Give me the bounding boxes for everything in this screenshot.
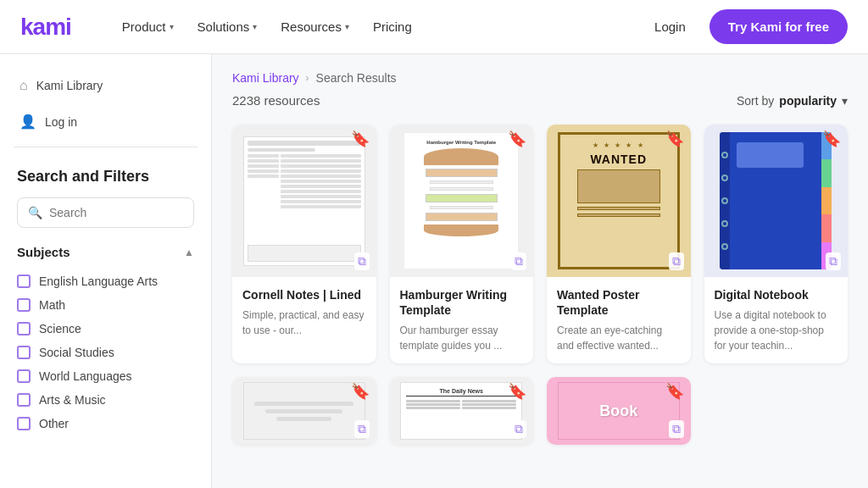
card-thumbnail-cornell: 🔖 ⧉ xyxy=(232,125,376,277)
subject-checkbox-ela[interactable] xyxy=(17,274,31,288)
user-icon: 👤 xyxy=(19,114,36,130)
copy-icon[interactable]: ⧉ xyxy=(826,252,841,270)
logo[interactable]: kami xyxy=(20,14,71,41)
chevron-down-icon: ▾ xyxy=(253,22,257,31)
chevron-down-icon: ▾ xyxy=(170,22,174,31)
sidebar-item-kami-library[interactable]: ⌂ Kami Library xyxy=(0,68,211,103)
header: kami Product ▾ Solutions ▾ Resources ▾ P… xyxy=(0,0,868,54)
search-input[interactable] xyxy=(49,206,183,219)
content-area: Kami Library › Search Results 2238 resou… xyxy=(212,54,868,488)
subject-checkbox-science[interactable] xyxy=(17,322,31,336)
sidebar: ⌂ Kami Library 👤 Log in Search and Filte… xyxy=(0,54,212,488)
subjects-section: Subjects ▲ English Language Arts Math Sc… xyxy=(0,245,211,435)
resource-card-newspaper[interactable]: The Daily News xyxy=(390,377,534,445)
subject-checkbox-social-studies[interactable] xyxy=(17,346,31,359)
card-title-notebook: Digital Notebook xyxy=(715,287,838,302)
card-desc-hamburger: Our hamburger essay template guides you … xyxy=(400,323,524,353)
card-title-hamburger: Hamburger Writing Template xyxy=(400,287,524,318)
resource-card-pink[interactable]: Book 🔖 ⧉ xyxy=(547,377,691,445)
wanted-preview: ★ ★ ★ ★ ★ WANTED xyxy=(558,132,680,269)
copy-icon[interactable]: ⧉ xyxy=(511,420,526,438)
card-title-cornell: Cornell Notes | Lined xyxy=(242,287,366,302)
subject-item-other[interactable]: Other xyxy=(17,412,194,435)
sort-by[interactable]: Sort by popularity ▾ xyxy=(737,94,848,108)
results-header: 2238 resources Sort by popularity ▾ xyxy=(232,93,848,108)
card-desc-cornell: Simple, practical, and easy to use - our… xyxy=(242,308,366,338)
notebook-preview xyxy=(720,132,832,269)
subject-item-ela[interactable]: English Language Arts xyxy=(17,269,194,293)
breadcrumb-separator: › xyxy=(306,72,309,84)
bookmark-icon[interactable]: 🔖 xyxy=(508,384,526,399)
nav-item-solutions[interactable]: Solutions ▾ xyxy=(187,13,268,41)
sidebar-divider xyxy=(14,147,198,147)
card-thumbnail-wanted: ★ ★ ★ ★ ★ WANTED 🔖 ⧉ xyxy=(547,125,691,277)
search-icon: 🔍 xyxy=(28,206,42,219)
hamburger-preview: Hamburger Writing Template xyxy=(403,132,519,269)
bookmark-icon[interactable]: 🔖 xyxy=(508,131,526,147)
subjects-toggle-icon[interactable]: ▲ xyxy=(184,247,194,258)
copy-icon[interactable]: ⧉ xyxy=(354,252,370,270)
card-body-cornell: Cornell Notes | Lined Simple, practical,… xyxy=(232,277,376,348)
search-box[interactable]: 🔍 xyxy=(17,197,194,228)
home-icon: ⌂ xyxy=(19,78,28,93)
results-count: 2238 resources xyxy=(232,93,320,108)
card-thumbnail-pink: Book 🔖 ⧉ xyxy=(547,377,691,445)
subject-checkbox-other[interactable] xyxy=(17,417,31,430)
resource-card-hamburger[interactable]: Hamburger Writing Template 🔖 ⧉ Hambu xyxy=(390,125,534,363)
resource-grid-bottom: 🔖 ⧉ The Daily News xyxy=(232,377,848,445)
search-filters-title: Search and Filters xyxy=(17,168,194,186)
bookmark-icon[interactable]: 🔖 xyxy=(665,131,684,147)
card-thumbnail-partial-1: 🔖 ⧉ xyxy=(232,377,376,445)
copy-icon[interactable]: ⧉ xyxy=(669,252,684,270)
nav-item-pricing[interactable]: Pricing xyxy=(363,13,422,41)
card-thumbnail-notebook: 🔖 ⧉ xyxy=(704,125,849,277)
sidebar-item-log-in[interactable]: 👤 Log in xyxy=(0,103,211,140)
login-button[interactable]: Login xyxy=(644,13,696,41)
subject-item-math[interactable]: Math xyxy=(17,293,194,317)
card-thumbnail-hamburger: Hamburger Writing Template 🔖 ⧉ xyxy=(390,125,534,277)
resource-grid: 🔖 ⧉ Cornell Notes | Lined Simple, practi… xyxy=(232,125,848,363)
subject-checkbox-arts-music[interactable] xyxy=(17,393,31,407)
copy-icon[interactable]: ⧉ xyxy=(669,420,684,438)
card-body-hamburger: Hamburger Writing Template Our hamburger… xyxy=(390,277,534,363)
bookmark-icon[interactable]: 🔖 xyxy=(822,131,841,147)
cornell-preview xyxy=(243,136,365,266)
resource-card-cornell[interactable]: 🔖 ⧉ Cornell Notes | Lined Simple, practi… xyxy=(232,125,376,363)
bookmark-icon[interactable]: 🔖 xyxy=(665,384,684,399)
resource-card-partial-1[interactable]: 🔖 ⧉ xyxy=(232,377,376,445)
chevron-down-icon: ▾ xyxy=(345,22,349,31)
subject-checkbox-math[interactable] xyxy=(17,298,31,312)
nav-item-product[interactable]: Product ▾ xyxy=(112,13,184,41)
bookmark-icon[interactable]: 🔖 xyxy=(351,131,370,147)
subject-checkbox-world-languages[interactable] xyxy=(17,369,31,383)
nav-item-resources[interactable]: Resources ▾ xyxy=(270,13,359,41)
subject-item-world-languages[interactable]: World Languages xyxy=(17,364,194,388)
card-desc-notebook: Use a digital notebook to provide a one-… xyxy=(715,308,838,353)
subjects-header: Subjects ▲ xyxy=(17,245,194,259)
search-filter-section: Search and Filters 🔍 xyxy=(0,154,211,228)
chevron-down-icon: ▾ xyxy=(842,94,848,108)
try-kami-button[interactable]: Try Kami for free xyxy=(709,9,848,44)
breadcrumb-kami-library[interactable]: Kami Library xyxy=(232,71,299,85)
breadcrumb-current: Search Results xyxy=(316,71,397,85)
card-title-wanted: Wanted Poster Template xyxy=(557,287,681,318)
header-right: Login Try Kami for free xyxy=(644,9,848,44)
copy-icon[interactable]: ⧉ xyxy=(511,252,526,270)
subject-item-social-studies[interactable]: Social Studies xyxy=(17,341,194,364)
copy-icon[interactable]: ⧉ xyxy=(354,420,370,438)
card-body-wanted: Wanted Poster Template Create an eye-cat… xyxy=(547,277,691,363)
breadcrumb: Kami Library › Search Results xyxy=(232,71,848,85)
card-thumbnail-newspaper: The Daily News xyxy=(390,377,534,445)
subject-item-science[interactable]: Science xyxy=(17,317,194,341)
main-nav: Product ▾ Solutions ▾ Resources ▾ Pricin… xyxy=(112,13,617,41)
card-desc-wanted: Create an eye-catching and effective wan… xyxy=(557,323,681,353)
empty-card-slot xyxy=(704,377,849,445)
card-body-notebook: Digital Notebook Use a digital notebook … xyxy=(704,277,849,363)
resource-card-notebook[interactable]: 🔖 ⧉ Digital Notebook Use a digital noteb… xyxy=(704,125,849,363)
resource-card-wanted[interactable]: ★ ★ ★ ★ ★ WANTED 🔖 ⧉ Wanted Poster Templ… xyxy=(547,125,691,363)
main-layout: ⌂ Kami Library 👤 Log in Search and Filte… xyxy=(0,54,868,488)
subject-item-arts-music[interactable]: Arts & Music xyxy=(17,388,194,412)
bookmark-icon[interactable]: 🔖 xyxy=(351,384,370,399)
